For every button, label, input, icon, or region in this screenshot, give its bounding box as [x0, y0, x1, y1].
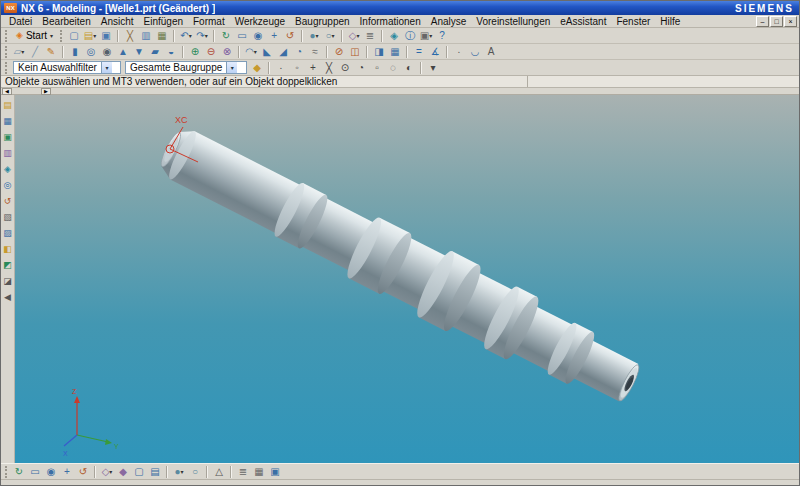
view-orientation-button[interactable]: ◇▾	[346, 29, 362, 43]
midpoint-snap-toggle[interactable]: ◦	[289, 61, 305, 75]
menu-item-informationen[interactable]: Informationen	[355, 15, 426, 28]
menu-item-format[interactable]: Format	[188, 15, 230, 28]
groove-button[interactable]: ◒	[163, 45, 179, 59]
sketch-button[interactable]: ✎	[43, 45, 59, 59]
work-layer-button[interactable]: ≣	[235, 465, 251, 479]
layer-settings-button[interactable]: ≣	[362, 29, 378, 43]
hd3d-tools-tab[interactable]: ◈	[2, 163, 14, 175]
selection-options-button[interactable]: ▾	[425, 61, 441, 75]
subtract-button[interactable]: ⊖	[203, 45, 219, 59]
wireframe-display-button[interactable]: ○▾	[322, 29, 338, 43]
measure-button[interactable]: ∡	[427, 45, 443, 59]
endpoint-snap-toggle[interactable]: ∙	[273, 61, 289, 75]
scroll-right-button[interactable]: ▶	[41, 88, 51, 95]
fit-view-button[interactable]: ▭	[27, 465, 43, 479]
undo-button[interactable]: ↶▾	[178, 29, 194, 43]
revolve-button[interactable]: ◎	[83, 45, 99, 59]
manufacturing-wizard-tab[interactable]: ▨	[2, 227, 14, 239]
menu-item-analyse[interactable]: Analyse	[426, 15, 472, 28]
pan-view-button[interactable]: +	[59, 465, 75, 479]
menu-item-einfgen[interactable]: Einfügen	[139, 15, 188, 28]
pattern-feature-button[interactable]: ▦	[387, 45, 403, 59]
front-view-button[interactable]: ▢	[131, 465, 147, 479]
split-body-button[interactable]: ◫	[347, 45, 363, 59]
pad-button[interactable]: ▰	[147, 45, 163, 59]
menu-item-hilfe[interactable]: Hilfe	[655, 15, 685, 28]
selection-filter-dropdown[interactable]: Kein Auswahlfilter ▾	[13, 61, 121, 74]
datum-axis-button[interactable]: ╱	[27, 45, 43, 59]
process-studio-tab[interactable]: ▧	[2, 211, 14, 223]
shell-button[interactable]: ◔	[291, 45, 307, 59]
intersection-snap-toggle[interactable]: ╳	[321, 61, 337, 75]
unite-button[interactable]: ⊕	[187, 45, 203, 59]
system-scenes-tab[interactable]: ◩	[2, 259, 14, 271]
rotate-view-button[interactable]: ↺	[75, 465, 91, 479]
refresh-display-button[interactable]: ↻	[11, 465, 27, 479]
trim-body-button[interactable]: ⊘	[331, 45, 347, 59]
point-on-face-snap-toggle[interactable]: ◐	[401, 61, 417, 75]
snapshot-button[interactable]: ▣	[267, 465, 283, 479]
selection-scope-dropdown[interactable]: Gesamte Baugruppe ▾	[125, 61, 247, 74]
information-button[interactable]: ⓘ	[402, 29, 418, 43]
thread-button[interactable]: ≈	[307, 45, 323, 59]
materials-tab[interactable]: ◪	[2, 275, 14, 287]
redo-button[interactable]: ↷▾	[194, 29, 210, 43]
menu-item-datei[interactable]: Datei	[4, 15, 37, 28]
shaded-display-button[interactable]: ●▾	[306, 29, 322, 43]
menu-item-ansicht[interactable]: Ansicht	[96, 15, 139, 28]
menu-item-voreinstellungen[interactable]: Voreinstellungen	[471, 15, 555, 28]
menu-item-baugruppen[interactable]: Baugruppen	[290, 15, 355, 28]
save-button[interactable]: ▣	[98, 29, 114, 43]
extrude-button[interactable]: ▮	[67, 45, 83, 59]
expression-button[interactable]: =	[411, 45, 427, 59]
menu-item-fenster[interactable]: Fenster	[611, 15, 655, 28]
toolbar-grip[interactable]	[5, 30, 8, 42]
hole-button[interactable]: ◉	[99, 45, 115, 59]
touch-mode-button[interactable]: ◈	[386, 29, 402, 43]
toolbar-grip[interactable]	[5, 466, 8, 478]
zoom-button[interactable]: ◉	[250, 29, 266, 43]
assembly-navigator-tab[interactable]: ▤	[2, 99, 14, 111]
copy-button[interactable]: ▥	[138, 29, 154, 43]
control-point-snap-toggle[interactable]: +	[305, 61, 321, 75]
zoom-in-out-button[interactable]: ◉	[43, 465, 59, 479]
point-on-curve-snap-toggle[interactable]: ◌	[385, 61, 401, 75]
point-button[interactable]: ∙	[451, 45, 467, 59]
boss-button[interactable]: ▲	[115, 45, 131, 59]
wireframe-button[interactable]: ○	[187, 465, 203, 479]
refresh-view-button[interactable]: ↻	[218, 29, 234, 43]
restore-button[interactable]: □	[770, 16, 783, 27]
datum-plane-button[interactable]: ▱▾	[11, 45, 27, 59]
constraint-navigator-tab[interactable]: ▦	[2, 115, 14, 127]
trimetric-view-button[interactable]: ◇▾	[99, 465, 115, 479]
start-menu-button[interactable]: ◈ Start ▾	[11, 29, 58, 43]
toolbar-grip[interactable]	[5, 62, 8, 74]
toolbar-grip[interactable]	[5, 46, 8, 58]
edge-blend-button[interactable]: ◠▾	[243, 45, 259, 59]
window-button[interactable]: ▣▾	[418, 29, 434, 43]
toolbar-grip[interactable]	[60, 30, 63, 42]
existing-point-snap-toggle[interactable]: ▫	[369, 61, 385, 75]
help-button[interactable]: ?	[434, 29, 450, 43]
menu-item-bearbeiten[interactable]: Bearbeiten	[37, 15, 95, 28]
grid-button[interactable]: ▦	[251, 465, 267, 479]
open-file-button[interactable]: ▤▾	[82, 29, 98, 43]
minimize-button[interactable]: –	[756, 16, 769, 27]
draft-button[interactable]: ◢	[275, 45, 291, 59]
scroll-left-button[interactable]: ◀	[2, 88, 12, 95]
quadrant-snap-toggle[interactable]: ◔	[353, 61, 369, 75]
menu-item-werkzeuge[interactable]: Werkzeuge	[230, 15, 290, 28]
top-view-button[interactable]: ▤	[147, 465, 163, 479]
text-button[interactable]: A	[483, 45, 499, 59]
intersect-button[interactable]: ⊗	[219, 45, 235, 59]
chamfer-button[interactable]: ◣	[259, 45, 275, 59]
part-navigator-tab[interactable]: ▣	[2, 131, 14, 143]
menu-item-eassistant[interactable]: eAssistant	[555, 15, 611, 28]
roles-tab[interactable]: ◧	[2, 243, 14, 255]
pocket-button[interactable]: ▼	[131, 45, 147, 59]
shaded-edges-button[interactable]: ●▾	[171, 465, 187, 479]
isometric-view-button[interactable]: ◆	[115, 465, 131, 479]
close-button[interactable]: ×	[784, 16, 797, 27]
history-tab[interactable]: ↺	[2, 195, 14, 207]
arc-center-snap-toggle[interactable]: ⊙	[337, 61, 353, 75]
